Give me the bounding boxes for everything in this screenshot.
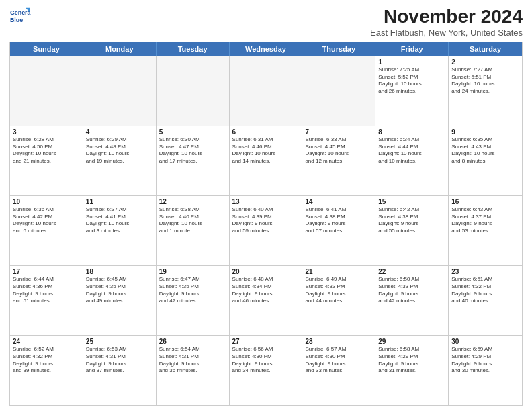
day-number: 20	[232, 268, 300, 275]
calendar-cell: 4Sunrise: 6:29 AM Sunset: 4:48 PM Daylig…	[83, 126, 157, 195]
day-number: 21	[305, 268, 372, 275]
day-info: Sunrise: 6:49 AM Sunset: 4:33 PM Dayligh…	[305, 276, 372, 305]
calendar-row: 24Sunrise: 6:52 AM Sunset: 4:32 PM Dayli…	[10, 335, 522, 405]
day-info: Sunrise: 6:51 AM Sunset: 4:32 PM Dayligh…	[451, 276, 519, 305]
day-number: 13	[232, 198, 300, 205]
title-block: November 2024 East Flatbush, New York, U…	[370, 7, 523, 38]
calendar-cell: 29Sunrise: 6:58 AM Sunset: 4:29 PM Dayli…	[375, 336, 449, 405]
day-info: Sunrise: 6:48 AM Sunset: 4:34 PM Dayligh…	[232, 276, 300, 305]
day-info: Sunrise: 6:45 AM Sunset: 4:35 PM Dayligh…	[86, 276, 153, 305]
svg-text:General: General	[10, 9, 31, 16]
day-number: 19	[159, 268, 226, 275]
calendar-cell: 27Sunrise: 6:56 AM Sunset: 4:30 PM Dayli…	[230, 336, 303, 405]
calendar-cell: 8Sunrise: 6:34 AM Sunset: 4:44 PM Daylig…	[375, 126, 449, 195]
calendar-cell: 7Sunrise: 6:33 AM Sunset: 4:45 PM Daylig…	[302, 126, 375, 195]
day-info: Sunrise: 6:34 AM Sunset: 4:44 PM Dayligh…	[378, 136, 445, 165]
header: General Blue November 2024 East Flatbush…	[9, 7, 523, 38]
day-number: 28	[305, 338, 372, 345]
calendar-cell: 18Sunrise: 6:45 AM Sunset: 4:35 PM Dayli…	[83, 266, 157, 335]
calendar-cell	[83, 56, 157, 126]
calendar-header-cell: Friday	[375, 42, 449, 56]
day-number: 30	[451, 338, 519, 345]
day-number: 29	[378, 338, 445, 345]
day-number: 24	[13, 338, 80, 345]
day-number: 10	[13, 198, 80, 205]
day-info: Sunrise: 6:44 AM Sunset: 4:36 PM Dayligh…	[13, 276, 80, 305]
day-info: Sunrise: 6:37 AM Sunset: 4:41 PM Dayligh…	[86, 206, 153, 235]
day-number: 16	[451, 198, 519, 205]
day-info: Sunrise: 6:50 AM Sunset: 4:33 PM Dayligh…	[378, 276, 445, 305]
calendar-cell: 25Sunrise: 6:53 AM Sunset: 4:31 PM Dayli…	[83, 336, 157, 405]
calendar-cell	[157, 56, 230, 126]
day-number: 3	[13, 128, 80, 136]
calendar-row: 10Sunrise: 6:36 AM Sunset: 4:42 PM Dayli…	[10, 195, 522, 265]
day-info: Sunrise: 6:47 AM Sunset: 4:35 PM Dayligh…	[159, 276, 226, 305]
calendar-cell: 10Sunrise: 6:36 AM Sunset: 4:42 PM Dayli…	[10, 196, 83, 265]
day-number: 26	[159, 338, 226, 345]
calendar-header-cell: Tuesday	[157, 42, 230, 56]
day-info: Sunrise: 7:25 AM Sunset: 5:52 PM Dayligh…	[378, 66, 445, 95]
day-info: Sunrise: 6:53 AM Sunset: 4:31 PM Dayligh…	[86, 346, 153, 375]
day-info: Sunrise: 6:29 AM Sunset: 4:48 PM Dayligh…	[86, 136, 153, 165]
calendar-cell: 22Sunrise: 6:50 AM Sunset: 4:33 PM Dayli…	[375, 266, 449, 335]
day-info: Sunrise: 6:40 AM Sunset: 4:39 PM Dayligh…	[232, 206, 300, 235]
calendar-cell: 5Sunrise: 6:30 AM Sunset: 4:47 PM Daylig…	[157, 126, 230, 195]
day-number: 9	[451, 128, 519, 136]
day-number: 15	[378, 198, 445, 205]
calendar-cell: 12Sunrise: 6:38 AM Sunset: 4:40 PM Dayli…	[157, 196, 230, 265]
calendar-header-cell: Thursday	[302, 42, 375, 56]
day-info: Sunrise: 6:43 AM Sunset: 4:37 PM Dayligh…	[451, 206, 519, 235]
day-number: 18	[86, 268, 153, 275]
day-info: Sunrise: 6:30 AM Sunset: 4:47 PM Dayligh…	[159, 136, 226, 165]
calendar-header-cell: Sunday	[10, 42, 83, 56]
calendar-row: 17Sunrise: 6:44 AM Sunset: 4:36 PM Dayli…	[10, 265, 522, 335]
day-number: 7	[305, 128, 372, 136]
calendar-body: 1Sunrise: 7:25 AM Sunset: 5:52 PM Daylig…	[10, 56, 522, 405]
day-info: Sunrise: 6:36 AM Sunset: 4:42 PM Dayligh…	[13, 206, 80, 235]
day-info: Sunrise: 6:41 AM Sunset: 4:38 PM Dayligh…	[305, 206, 372, 235]
calendar-cell: 3Sunrise: 6:28 AM Sunset: 4:50 PM Daylig…	[10, 126, 83, 195]
day-number: 22	[378, 268, 445, 275]
calendar-cell: 30Sunrise: 6:59 AM Sunset: 4:29 PM Dayli…	[449, 336, 522, 405]
day-info: Sunrise: 6:57 AM Sunset: 4:30 PM Dayligh…	[305, 346, 372, 375]
logo-icon: General Blue	[9, 7, 31, 28]
calendar-header-cell: Monday	[83, 42, 157, 56]
calendar-cell: 21Sunrise: 6:49 AM Sunset: 4:33 PM Dayli…	[302, 266, 375, 335]
calendar-cell	[10, 56, 83, 126]
calendar-cell: 15Sunrise: 6:42 AM Sunset: 4:38 PM Dayli…	[375, 196, 449, 265]
day-number: 1	[378, 58, 445, 66]
day-info: Sunrise: 6:59 AM Sunset: 4:29 PM Dayligh…	[451, 346, 519, 375]
day-number: 4	[86, 128, 153, 136]
day-number: 25	[86, 338, 153, 345]
calendar-cell: 9Sunrise: 6:35 AM Sunset: 4:43 PM Daylig…	[449, 126, 522, 195]
svg-text:Blue: Blue	[10, 17, 23, 24]
day-number: 2	[451, 58, 519, 66]
day-number: 5	[159, 128, 226, 136]
calendar-header-row: SundayMondayTuesdayWednesdayThursdayFrid…	[10, 42, 522, 56]
day-number: 23	[451, 268, 519, 275]
day-info: Sunrise: 6:42 AM Sunset: 4:38 PM Dayligh…	[378, 206, 445, 235]
calendar-cell: 28Sunrise: 6:57 AM Sunset: 4:30 PM Dayli…	[302, 336, 375, 405]
day-info: Sunrise: 6:52 AM Sunset: 4:32 PM Dayligh…	[13, 346, 80, 375]
month-title: November 2024	[370, 7, 523, 28]
calendar-cell: 17Sunrise: 6:44 AM Sunset: 4:36 PM Dayli…	[10, 266, 83, 335]
logo: General Blue	[9, 7, 31, 28]
calendar-header-cell: Saturday	[449, 42, 522, 56]
day-number: 12	[159, 198, 226, 205]
calendar-cell: 24Sunrise: 6:52 AM Sunset: 4:32 PM Dayli…	[10, 336, 83, 405]
calendar-cell	[302, 56, 375, 126]
day-info: Sunrise: 6:54 AM Sunset: 4:31 PM Dayligh…	[159, 346, 226, 375]
calendar-cell: 19Sunrise: 6:47 AM Sunset: 4:35 PM Dayli…	[157, 266, 230, 335]
day-info: Sunrise: 6:35 AM Sunset: 4:43 PM Dayligh…	[451, 136, 519, 165]
calendar-cell: 16Sunrise: 6:43 AM Sunset: 4:37 PM Dayli…	[449, 196, 522, 265]
calendar-cell: 13Sunrise: 6:40 AM Sunset: 4:39 PM Dayli…	[230, 196, 303, 265]
calendar-cell: 6Sunrise: 6:31 AM Sunset: 4:46 PM Daylig…	[230, 126, 303, 195]
day-number: 14	[305, 198, 372, 205]
day-number: 11	[86, 198, 153, 205]
day-number: 8	[378, 128, 445, 136]
calendar-row: 3Sunrise: 6:28 AM Sunset: 4:50 PM Daylig…	[10, 126, 522, 195]
subtitle: East Flatbush, New York, United States	[370, 28, 523, 38]
calendar: SundayMondayTuesdayWednesdayThursdayFrid…	[9, 42, 523, 406]
day-info: Sunrise: 6:31 AM Sunset: 4:46 PM Dayligh…	[232, 136, 300, 165]
day-number: 6	[232, 128, 300, 136]
